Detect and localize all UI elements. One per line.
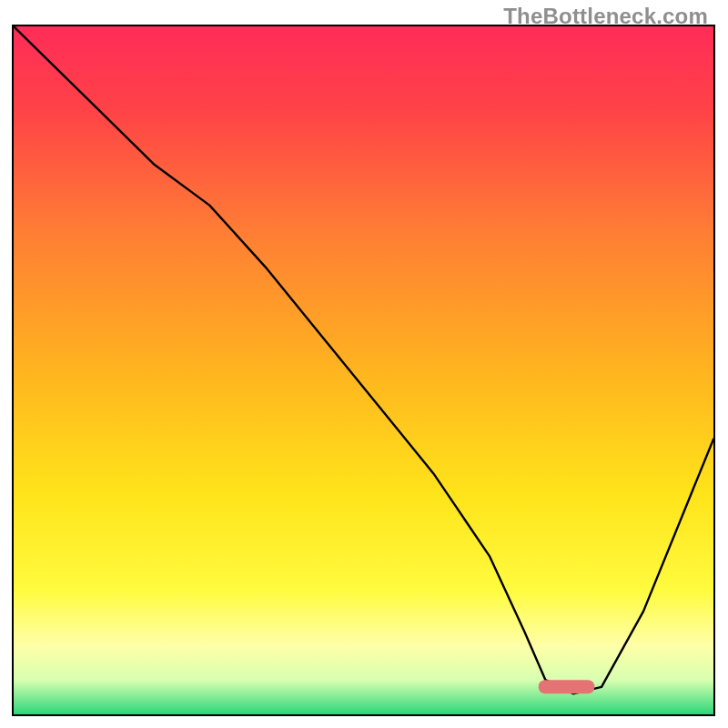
optimal-marker — [539, 680, 595, 693]
chart-container: TheBottleneck.com — [0, 0, 728, 728]
watermark: TheBottleneck.com — [503, 4, 708, 29]
chart-svg — [14, 26, 713, 714]
plot-area — [12, 25, 715, 716]
